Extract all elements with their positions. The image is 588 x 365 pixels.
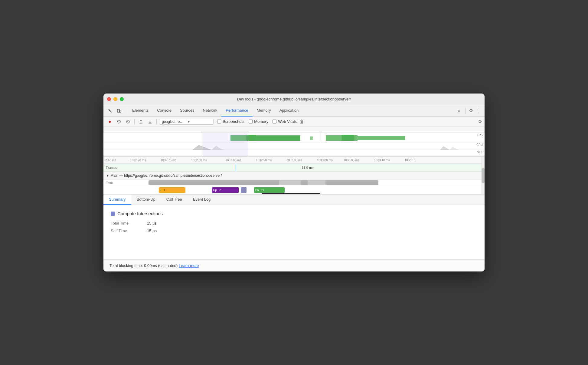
fn-block-cors[interactable]: Co...rs — [254, 187, 285, 193]
scrollbar-thumb[interactable] — [482, 168, 485, 183]
net-row: NET — [103, 150, 485, 156]
total-blocking-text: Total blocking time: 0.00ms (estimated) — [109, 263, 178, 268]
frame-duration: 11.9 ms — [302, 166, 313, 169]
nav-divider-1 — [126, 108, 126, 114]
url-caret-icon: ▼ — [187, 120, 211, 124]
ms-mark-1: 1032.70 ms — [130, 159, 146, 162]
total-time-value: 15 μs — [147, 221, 157, 225]
reload-btn[interactable] — [115, 118, 123, 126]
screenshots-label: Screenshots — [223, 119, 244, 124]
fn-block-upe[interactable]: Up...e — [212, 187, 239, 193]
tb-divider-2 — [156, 119, 157, 124]
tab-summary[interactable]: Summary — [103, 195, 131, 205]
url-text: googlechrome.github.i... — [162, 120, 186, 124]
tab-network[interactable]: Network — [199, 105, 222, 117]
svg-rect-15 — [358, 136, 405, 140]
svg-rect-12 — [310, 136, 313, 140]
svg-rect-10 — [247, 135, 256, 141]
more-tabs-btn[interactable]: » — [455, 107, 463, 115]
task-block-2 — [279, 180, 300, 185]
tab-sources[interactable]: Sources — [176, 105, 199, 117]
ms-mark-0: 2.65 ms — [105, 159, 116, 162]
minimize-button[interactable] — [113, 97, 117, 101]
summary-color-box — [111, 212, 115, 216]
ms-mark-6: 1032.95 ms — [286, 159, 302, 162]
svg-rect-11 — [256, 136, 300, 141]
task-block-main — [149, 180, 379, 185]
svg-marker-21 — [450, 147, 459, 150]
total-time-row: Total Time 15 μs — [111, 221, 477, 225]
bottom-tabs: Summary Bottom-Up Call Tree Event Log — [103, 195, 485, 205]
overview-timeline[interactable]: 500 ms 1000 ms 1500 ms 2000 ms 2500 ms 3… — [103, 127, 485, 157]
web-vitals-label: Web Vitals — [278, 119, 297, 124]
summary-title-row: Compute Intersections — [111, 211, 477, 216]
total-time-label: Total Time — [111, 221, 147, 225]
frames-label: Frames — [103, 166, 131, 169]
record-btn[interactable]: ● — [106, 118, 114, 126]
task-row: Task — [103, 179, 485, 186]
ms-mark-8: 1033.05 ms — [344, 159, 359, 162]
more-options-btn[interactable]: ⋮ — [474, 106, 482, 115]
inspect-icon-btn[interactable] — [106, 107, 114, 115]
frames-content: 11.9 ms — [131, 164, 485, 171]
screenshots-checkbox-label[interactable]: Screenshots — [217, 119, 244, 124]
upload-btn[interactable] — [137, 118, 145, 126]
learn-more-link[interactable]: Learn more — [179, 263, 199, 268]
bottom-footer: Total blocking time: 0.00ms (estimated) … — [103, 259, 485, 271]
perf-settings-btn[interactable]: ⚙ — [478, 119, 482, 124]
maximize-button[interactable] — [120, 97, 124, 101]
timeline-scrollbar[interactable] — [482, 157, 485, 194]
svg-rect-14 — [342, 135, 354, 141]
self-time-value: 15 μs — [147, 229, 157, 233]
devtools-window: DevTools - googlechrome.github.io/sample… — [103, 94, 485, 271]
title-bar: DevTools - googlechrome.github.io/sample… — [103, 94, 485, 105]
summary-content: Compute Intersections Total Time 15 μs S… — [103, 205, 485, 259]
url-selector[interactable]: googlechrome.github.i... ▼ — [159, 119, 214, 125]
fps-label: FPS — [477, 133, 483, 137]
ms-mark-10: 1033.15 — [404, 159, 415, 162]
tab-console[interactable]: Console — [153, 105, 176, 117]
settings-btn[interactable]: ⚙ — [468, 107, 474, 115]
main-thread-label: ▼ Main — https://googlechrome.github.io/… — [106, 173, 222, 178]
ms-mark-2: 1032.75 ms — [161, 159, 176, 162]
self-time-row: Self Time 15 μs — [111, 229, 477, 233]
web-vitals-checkbox[interactable] — [273, 120, 276, 123]
tab-application[interactable]: Application — [275, 105, 303, 117]
tab-memory[interactable]: Memory — [253, 105, 275, 117]
memory-checkbox[interactable] — [249, 120, 253, 123]
clear-btn[interactable] — [124, 118, 132, 126]
tab-bottom-up[interactable]: Bottom-Up — [131, 195, 161, 205]
tab-elements[interactable]: Elements — [128, 105, 153, 117]
web-vitals-checkbox-label[interactable]: Web Vitals — [273, 119, 297, 124]
memory-label: Memory — [254, 119, 268, 124]
tab-call-tree[interactable]: Call Tree — [161, 195, 188, 205]
net-label: NET — [477, 150, 483, 154]
clear-recordings-btn[interactable]: 🗑 — [299, 119, 304, 124]
svg-marker-20 — [440, 146, 450, 150]
tooltip: 15 μs Compute Intersections — [262, 193, 320, 194]
frames-row: Frames 11.9 ms — [103, 164, 485, 172]
nav-divider-2 — [466, 108, 466, 114]
svg-line-4 — [127, 121, 129, 123]
tab-performance[interactable]: Performance — [221, 105, 252, 117]
close-button[interactable] — [107, 97, 111, 101]
detail-ruler: 2.65 ms 1032.70 ms 1032.75 ms 1032.80 ms… — [103, 157, 485, 164]
tab-event-log[interactable]: Event Log — [188, 195, 216, 205]
tb-divider-1 — [134, 119, 135, 124]
nav-tabs: Elements Console Sources Network Perform… — [103, 105, 485, 117]
download-btn[interactable] — [146, 118, 154, 126]
cpu-chart — [103, 143, 485, 150]
performance-toolbar: ● googlechrome.github.i... ▼ — [103, 117, 485, 127]
fn-block-el[interactable]: E...l — [159, 187, 185, 193]
checkbox-group: Screenshots Memory Web Vitals — [217, 119, 297, 124]
device-toolbar-btn[interactable] — [115, 107, 123, 115]
screenshots-checkbox[interactable] — [217, 120, 221, 123]
ms-mark-7: 1033.00 ms — [317, 159, 333, 162]
svg-line-0 — [110, 111, 112, 112]
bottom-panel: Summary Bottom-Up Call Tree Event Log Co… — [103, 194, 485, 271]
ms-mark-9: 1033.10 ms — [374, 159, 390, 162]
fps-chart — [103, 133, 485, 143]
detail-timeline[interactable]: 2.65 ms 1032.70 ms 1032.75 ms 1032.80 ms… — [103, 157, 485, 194]
memory-checkbox-label[interactable]: Memory — [249, 119, 268, 124]
ms-mark-4: 1032.85 ms — [225, 159, 241, 162]
